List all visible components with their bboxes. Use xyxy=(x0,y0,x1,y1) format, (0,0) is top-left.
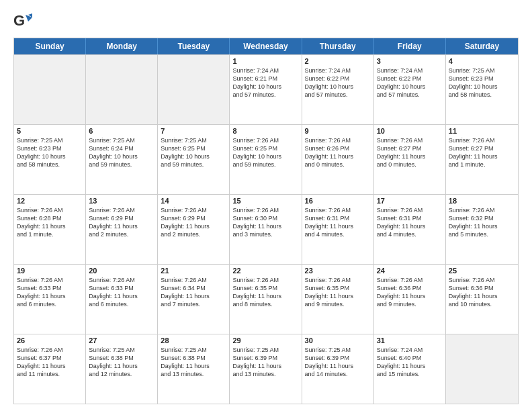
cell-info: Sunrise: 7:26 AM Sunset: 6:29 PM Dayligh… xyxy=(89,206,154,239)
day-number: 1 xyxy=(232,57,298,65)
cell-info: Sunrise: 7:26 AM Sunset: 6:27 PM Dayligh… xyxy=(449,136,515,169)
cell-info: Sunrise: 7:26 AM Sunset: 6:27 PM Dayligh… xyxy=(377,136,443,169)
day-number: 18 xyxy=(449,197,515,205)
day-cell-21: 21Sunrise: 7:26 AM Sunset: 6:34 PM Dayli… xyxy=(158,265,230,334)
day-number: 8 xyxy=(232,127,298,135)
day-cell-7: 7Sunrise: 7:25 AM Sunset: 6:25 PM Daylig… xyxy=(158,125,230,194)
day-cell-5: 5Sunrise: 7:25 AM Sunset: 6:23 PM Daylig… xyxy=(14,125,86,194)
cell-info: Sunrise: 7:26 AM Sunset: 6:28 PM Dayligh… xyxy=(17,206,83,239)
cell-info: Sunrise: 7:26 AM Sunset: 6:26 PM Dayligh… xyxy=(305,136,371,169)
logo-icon: G xyxy=(13,12,32,31)
calendar-header: SundayMondayTuesdayWednesdayThursdayFrid… xyxy=(14,38,518,54)
cell-info: Sunrise: 7:26 AM Sunset: 6:25 PM Dayligh… xyxy=(232,136,298,169)
day-number: 9 xyxy=(305,127,371,135)
day-number: 20 xyxy=(89,267,154,275)
day-number: 7 xyxy=(161,127,226,135)
day-cell-6: 6Sunrise: 7:25 AM Sunset: 6:24 PM Daylig… xyxy=(86,125,158,194)
header-day-monday: Monday xyxy=(86,38,158,54)
day-cell-8: 8Sunrise: 7:26 AM Sunset: 6:25 PM Daylig… xyxy=(230,125,302,194)
cell-info: Sunrise: 7:26 AM Sunset: 6:35 PM Dayligh… xyxy=(232,276,298,309)
day-cell-10: 10Sunrise: 7:26 AM Sunset: 6:27 PM Dayli… xyxy=(374,125,446,194)
header-day-saturday: Saturday xyxy=(446,38,518,54)
day-number: 16 xyxy=(305,197,371,205)
day-number: 12 xyxy=(17,197,83,205)
calendar: SundayMondayTuesdayWednesdayThursdayFrid… xyxy=(13,38,519,404)
day-cell-24: 24Sunrise: 7:26 AM Sunset: 6:36 PM Dayli… xyxy=(374,265,446,334)
day-cell-17: 17Sunrise: 7:26 AM Sunset: 6:31 PM Dayli… xyxy=(374,195,446,264)
cell-info: Sunrise: 7:25 AM Sunset: 6:25 PM Dayligh… xyxy=(161,136,226,169)
day-number: 13 xyxy=(89,197,154,205)
cell-info: Sunrise: 7:25 AM Sunset: 6:39 PM Dayligh… xyxy=(232,346,298,379)
day-number: 29 xyxy=(232,336,298,345)
cell-info: Sunrise: 7:26 AM Sunset: 6:30 PM Dayligh… xyxy=(232,206,298,239)
cell-info: Sunrise: 7:26 AM Sunset: 6:34 PM Dayligh… xyxy=(161,276,226,309)
cell-info: Sunrise: 7:26 AM Sunset: 6:31 PM Dayligh… xyxy=(377,206,443,239)
cell-info: Sunrise: 7:24 AM Sunset: 6:22 PM Dayligh… xyxy=(377,66,443,99)
cell-info: Sunrise: 7:26 AM Sunset: 6:36 PM Dayligh… xyxy=(449,276,515,309)
day-cell-26: 26Sunrise: 7:26 AM Sunset: 6:37 PM Dayli… xyxy=(14,334,86,404)
day-number: 6 xyxy=(89,127,154,135)
cell-info: Sunrise: 7:26 AM Sunset: 6:36 PM Dayligh… xyxy=(377,276,443,309)
header-day-tuesday: Tuesday xyxy=(158,38,230,54)
cell-info: Sunrise: 7:26 AM Sunset: 6:29 PM Dayligh… xyxy=(161,206,226,239)
day-cell-22: 22Sunrise: 7:26 AM Sunset: 6:35 PM Dayli… xyxy=(230,265,302,334)
day-cell-15: 15Sunrise: 7:26 AM Sunset: 6:30 PM Dayli… xyxy=(230,195,302,264)
day-number: 24 xyxy=(377,267,443,275)
cell-info: Sunrise: 7:24 AM Sunset: 6:22 PM Dayligh… xyxy=(305,66,371,99)
cell-info: Sunrise: 7:24 AM Sunset: 6:40 PM Dayligh… xyxy=(377,346,443,379)
calendar-row-3: 12Sunrise: 7:26 AM Sunset: 6:28 PM Dayli… xyxy=(14,194,518,264)
day-cell-11: 11Sunrise: 7:26 AM Sunset: 6:27 PM Dayli… xyxy=(446,125,518,194)
calendar-body: 1Sunrise: 7:24 AM Sunset: 6:21 PM Daylig… xyxy=(14,54,518,404)
cell-info: Sunrise: 7:26 AM Sunset: 6:31 PM Dayligh… xyxy=(305,206,371,239)
header-day-friday: Friday xyxy=(374,38,446,54)
day-cell-30: 30Sunrise: 7:25 AM Sunset: 6:39 PM Dayli… xyxy=(302,334,374,404)
cell-info: Sunrise: 7:25 AM Sunset: 6:38 PM Dayligh… xyxy=(161,346,226,379)
day-number: 17 xyxy=(377,197,443,205)
day-number: 15 xyxy=(232,197,298,205)
day-cell-3: 3Sunrise: 7:24 AM Sunset: 6:22 PM Daylig… xyxy=(374,55,446,124)
day-cell-27: 27Sunrise: 7:25 AM Sunset: 6:38 PM Dayli… xyxy=(86,334,158,404)
cell-info: Sunrise: 7:25 AM Sunset: 6:23 PM Dayligh… xyxy=(17,136,83,169)
day-number: 23 xyxy=(305,267,371,275)
svg-text:G: G xyxy=(13,12,25,29)
day-number: 19 xyxy=(17,267,83,275)
empty-cell xyxy=(14,55,86,124)
header-day-sunday: Sunday xyxy=(14,38,86,54)
day-cell-28: 28Sunrise: 7:25 AM Sunset: 6:38 PM Dayli… xyxy=(158,334,230,404)
day-number: 26 xyxy=(17,336,83,345)
cell-info: Sunrise: 7:26 AM Sunset: 6:33 PM Dayligh… xyxy=(89,276,154,309)
day-number: 25 xyxy=(449,267,515,275)
day-number: 28 xyxy=(161,336,226,345)
empty-cell xyxy=(86,55,158,124)
page-header: G xyxy=(13,12,519,31)
day-cell-1: 1Sunrise: 7:24 AM Sunset: 6:21 PM Daylig… xyxy=(230,55,302,124)
header-day-thursday: Thursday xyxy=(302,38,374,54)
calendar-row-4: 19Sunrise: 7:26 AM Sunset: 6:33 PM Dayli… xyxy=(14,264,518,334)
day-cell-4: 4Sunrise: 7:25 AM Sunset: 6:23 PM Daylig… xyxy=(446,55,518,124)
cell-info: Sunrise: 7:25 AM Sunset: 6:24 PM Dayligh… xyxy=(89,136,154,169)
cell-info: Sunrise: 7:26 AM Sunset: 6:32 PM Dayligh… xyxy=(449,206,515,239)
day-cell-2: 2Sunrise: 7:24 AM Sunset: 6:22 PM Daylig… xyxy=(302,55,374,124)
day-cell-19: 19Sunrise: 7:26 AM Sunset: 6:33 PM Dayli… xyxy=(14,265,86,334)
day-cell-16: 16Sunrise: 7:26 AM Sunset: 6:31 PM Dayli… xyxy=(302,195,374,264)
day-number: 21 xyxy=(161,267,226,275)
cell-info: Sunrise: 7:24 AM Sunset: 6:21 PM Dayligh… xyxy=(232,66,298,99)
calendar-row-5: 26Sunrise: 7:26 AM Sunset: 6:37 PM Dayli… xyxy=(14,334,518,404)
day-cell-25: 25Sunrise: 7:26 AM Sunset: 6:36 PM Dayli… xyxy=(446,265,518,334)
calendar-row-1: 1Sunrise: 7:24 AM Sunset: 6:21 PM Daylig… xyxy=(14,54,518,124)
day-cell-13: 13Sunrise: 7:26 AM Sunset: 6:29 PM Dayli… xyxy=(86,195,158,264)
day-cell-31: 31Sunrise: 7:24 AM Sunset: 6:40 PM Dayli… xyxy=(374,334,446,404)
cell-info: Sunrise: 7:25 AM Sunset: 6:23 PM Dayligh… xyxy=(449,66,515,99)
day-cell-29: 29Sunrise: 7:25 AM Sunset: 6:39 PM Dayli… xyxy=(230,334,302,404)
cell-info: Sunrise: 7:26 AM Sunset: 6:33 PM Dayligh… xyxy=(17,276,83,309)
cell-info: Sunrise: 7:25 AM Sunset: 6:39 PM Dayligh… xyxy=(305,346,371,379)
calendar-row-2: 5Sunrise: 7:25 AM Sunset: 6:23 PM Daylig… xyxy=(14,124,518,194)
day-number: 14 xyxy=(161,197,226,205)
empty-cell xyxy=(446,334,518,404)
empty-cell xyxy=(158,55,230,124)
day-cell-12: 12Sunrise: 7:26 AM Sunset: 6:28 PM Dayli… xyxy=(14,195,86,264)
day-cell-14: 14Sunrise: 7:26 AM Sunset: 6:29 PM Dayli… xyxy=(158,195,230,264)
day-cell-20: 20Sunrise: 7:26 AM Sunset: 6:33 PM Dayli… xyxy=(86,265,158,334)
day-number: 5 xyxy=(17,127,83,135)
cell-info: Sunrise: 7:26 AM Sunset: 6:35 PM Dayligh… xyxy=(305,276,371,309)
